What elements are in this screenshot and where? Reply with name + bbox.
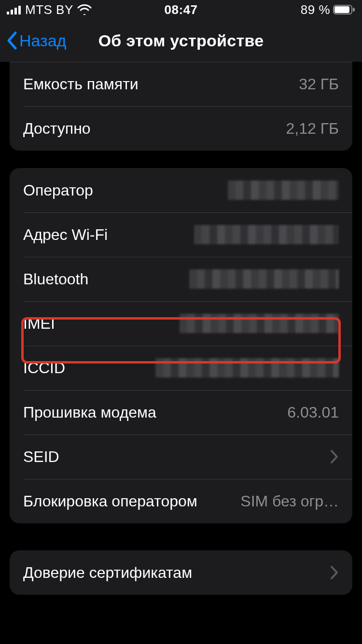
chevron-left-icon xyxy=(6,31,17,50)
redacted-value xyxy=(228,181,339,200)
row-iccid[interactable]: ICCID xyxy=(10,346,352,390)
row-label: Адрес Wi-Fi xyxy=(23,226,108,244)
row-label: Доверие сертификатам xyxy=(23,564,192,582)
svg-rect-0 xyxy=(7,12,9,14)
chevron-right-icon xyxy=(330,565,339,580)
settings-scroll-area[interactable]: Емкость памяти 32 ГБ Доступно 2,12 ГБ Оп… xyxy=(0,62,362,595)
row-label: Прошивка модема xyxy=(23,404,156,421)
row-capacity[interactable]: Емкость памяти 32 ГБ xyxy=(10,62,352,106)
row-carrier-lock[interactable]: Блокировка оператором SIM без огр… xyxy=(10,479,352,523)
back-button[interactable]: Назад xyxy=(6,31,66,50)
battery-icon xyxy=(333,4,355,15)
row-carrier[interactable]: Оператор xyxy=(10,168,352,212)
row-value: 6.03.01 xyxy=(287,404,339,421)
group-network: Оператор Адрес Wi-Fi Bluetooth IMEI ICCI xyxy=(10,168,352,523)
svg-rect-3 xyxy=(18,6,21,14)
row-label: Блокировка оператором xyxy=(23,492,197,510)
row-value: SIM без огр… xyxy=(240,492,339,510)
redacted-value xyxy=(155,358,339,378)
back-label: Назад xyxy=(19,31,66,50)
row-label: SEID xyxy=(23,448,59,466)
group-certificates: Доверие сертификатам xyxy=(10,550,352,595)
carrier-label: MTS BY xyxy=(25,2,73,17)
battery-percent: 89 % xyxy=(301,2,330,17)
cellular-signal-icon xyxy=(7,5,21,14)
svg-rect-1 xyxy=(11,10,13,14)
row-seid[interactable]: SEID xyxy=(10,434,352,479)
row-available[interactable]: Доступно 2,12 ГБ xyxy=(10,106,352,151)
row-imei[interactable]: IMEI xyxy=(10,301,352,346)
row-value: 2,12 ГБ xyxy=(286,120,339,138)
group-storage: Емкость памяти 32 ГБ Доступно 2,12 ГБ xyxy=(10,62,352,151)
redacted-value xyxy=(194,225,339,244)
redacted-value xyxy=(189,269,339,289)
row-label: Bluetooth xyxy=(23,270,88,288)
row-modem-firmware[interactable]: Прошивка модема 6.03.01 xyxy=(10,390,352,434)
svg-rect-6 xyxy=(353,8,355,12)
row-label: Емкость памяти xyxy=(23,75,139,93)
wifi-icon xyxy=(77,4,92,15)
row-label: Оператор xyxy=(23,182,93,199)
svg-rect-2 xyxy=(14,8,17,14)
row-wifi-address[interactable]: Адрес Wi-Fi xyxy=(10,212,352,257)
row-label: Доступно xyxy=(23,120,91,138)
redacted-value xyxy=(180,314,339,333)
chevron-right-icon xyxy=(330,449,339,464)
row-label: ICCID xyxy=(23,359,65,377)
row-certificate-trust[interactable]: Доверие сертификатам xyxy=(10,550,352,595)
row-value: 32 ГБ xyxy=(299,75,339,93)
navigation-bar: Назад Об этом устройстве xyxy=(0,19,362,62)
svg-rect-5 xyxy=(334,6,349,13)
row-label: IMEI xyxy=(23,315,55,333)
row-bluetooth[interactable]: Bluetooth xyxy=(10,257,352,301)
status-bar: MTS BY 08:47 89 % xyxy=(0,0,362,19)
